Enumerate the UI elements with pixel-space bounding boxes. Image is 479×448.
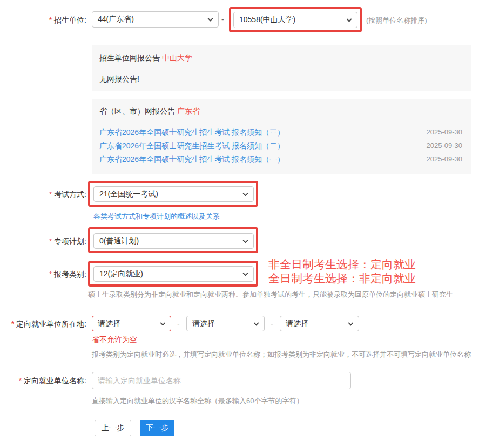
- chevron-down-icon: [243, 270, 248, 276]
- location-province-value: 请选择: [98, 319, 120, 329]
- exam-mode-label: *考试方式:: [0, 190, 86, 200]
- category-value: 12(定向就业): [99, 269, 143, 279]
- prev-step-button[interactable]: 上一步: [95, 420, 131, 436]
- chevron-down-icon: [347, 17, 352, 22]
- special-plan-label: *专项计划:: [0, 237, 86, 247]
- chevron-down-icon: [348, 320, 354, 325]
- exam-mode-select[interactable]: 21(全国统一考试): [93, 186, 254, 202]
- province-notice-title: 省（区、市）网报公告 广东省: [99, 107, 463, 117]
- recruit-province-select[interactable]: 44(广东省): [92, 11, 219, 28]
- notice-row: 广东省2026年全国硕士研究生招生考试 报名须知（三） 2025-09-30: [99, 125, 463, 139]
- separator-dash: -: [177, 320, 180, 328]
- notice-date: 2025-09-30: [427, 152, 463, 166]
- recruit-unit-value: 10558(中山大学): [239, 15, 295, 25]
- next-step-button[interactable]: 下一步: [140, 420, 174, 436]
- required-asterisk: *: [49, 237, 52, 246]
- notice-date: 2025-09-30: [427, 125, 463, 139]
- employment-location-label: *定向就业单位所在地:: [0, 320, 86, 329]
- separator-dash: -: [271, 320, 273, 328]
- unit-name-text: 中山大学: [162, 53, 192, 62]
- annotation-line-2: 全日制考生选择：非定向就业: [268, 271, 416, 286]
- notice-list: 广东省2026年全国硕士研究生招生考试 报名须知（三） 2025-09-30 广…: [99, 125, 463, 166]
- employment-name-label: *定向就业单位名称:: [0, 376, 86, 386]
- province-notice-panel: 省（区、市）网报公告 广东省 广东省2026年全国硕士研究生招生考试 报名须知（…: [92, 99, 471, 174]
- unit-notice-body: 无网报公告!: [99, 74, 463, 84]
- unit-notice-panel: 招生单位网报公告 中山大学 无网报公告!: [92, 45, 471, 91]
- location-district-select[interactable]: 请选择: [280, 316, 359, 331]
- unit-notice-title: 招生单位网报公告 中山大学: [99, 53, 463, 63]
- exam-mode-help-link[interactable]: 各类考试方式和专项计划的概述以及关系: [93, 212, 220, 221]
- province-name-text: 广东省: [177, 107, 200, 116]
- chevron-down-icon: [160, 320, 166, 325]
- recruit-unit-select[interactable]: 10558(中山大学): [233, 12, 357, 28]
- special-plan-value: 0(普通计划): [99, 236, 139, 246]
- required-asterisk: *: [11, 320, 14, 328]
- separator-dash: -: [221, 15, 224, 24]
- chevron-down-icon: [243, 191, 248, 196]
- sort-hint: (按照单位名称排序): [366, 16, 427, 25]
- recruit-province-value: 44(广东省): [98, 15, 134, 24]
- chevron-down-icon: [254, 320, 259, 325]
- special-plan-select[interactable]: 0(普通计划): [93, 233, 254, 249]
- category-help-text: 硕士生录取类别分为非定向就业和定向就业两种。参加单独考试的考生，只能被录取为回原…: [88, 290, 453, 300]
- notice-date: 2025-09-30: [427, 139, 463, 152]
- required-asterisk: *: [19, 376, 22, 385]
- location-help-text: 报考类别为定向就业时必选，并填写定向就业单位名称；如报考类别为非定向就业，不可选…: [92, 350, 471, 359]
- location-error-text: 省不允许为空: [92, 335, 137, 345]
- location-city-select[interactable]: 请选择: [186, 316, 265, 331]
- location-district-value: 请选择: [286, 319, 308, 329]
- location-province-select[interactable]: 请选择: [92, 316, 171, 331]
- employment-name-input[interactable]: [92, 372, 351, 389]
- required-asterisk: *: [49, 16, 52, 24]
- notice-link-1[interactable]: 广东省2026年全国硕士研究生招生考试 报名须知（一）: [99, 155, 285, 164]
- location-city-value: 请选择: [192, 319, 215, 329]
- employment-name-help-text: 直接输入定向就业单位的汉字名称全称（最多输入60个字节的字符）: [92, 396, 303, 406]
- category-select[interactable]: 12(定向就业): [93, 266, 254, 282]
- category-annotation: 非全日制考生选择：定向就业 全日制考生选择：非定向就业: [268, 257, 416, 286]
- notice-row: 广东省2026年全国硕士研究生招生考试 报名须知（二） 2025-09-30: [99, 139, 463, 152]
- application-form-page: *招生单位: 44(广东省) - 10558(中山大学) (按照单位名称排序) …: [0, 0, 479, 448]
- required-asterisk: *: [49, 190, 52, 199]
- category-label: *报考类别:: [0, 270, 86, 280]
- notice-link-2[interactable]: 广东省2026年全国硕士研究生招生考试 报名须知（二）: [99, 141, 285, 150]
- required-asterisk: *: [49, 270, 52, 279]
- notice-link-3[interactable]: 广东省2026年全国硕士研究生招生考试 报名须知（三）: [99, 128, 285, 137]
- annotation-line-1: 非全日制考生选择：定向就业: [268, 257, 416, 271]
- chevron-down-icon: [243, 237, 248, 243]
- chevron-down-icon: [208, 16, 213, 22]
- notice-row: 广东省2026年全国硕士研究生招生考试 报名须知（一） 2025-09-30: [99, 152, 463, 166]
- recruit-unit-label: *招生单位:: [0, 16, 86, 25]
- exam-mode-value: 21(全国统一考试): [99, 189, 158, 199]
